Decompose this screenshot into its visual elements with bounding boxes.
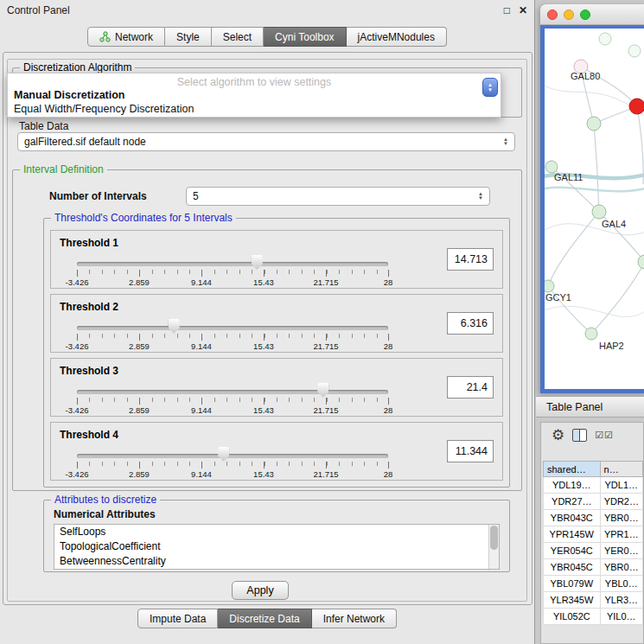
network-node[interactable] [592,205,606,219]
network-edge[interactable] [637,106,643,184]
network-edge[interactable] [548,212,599,286]
tab-impute-data[interactable]: Impute Data [137,609,218,628]
table-cell[interactable]: YER0… [600,543,642,559]
table-row[interactable]: YDL19…YDL1… [544,477,643,494]
network-view-window[interactable]: GAL80 GAL11 GAL4 GCY1 HAP2 [540,4,644,393]
tab-select[interactable]: Select [212,27,264,47]
network-node[interactable] [587,117,601,131]
list-scrollbar-thumb[interactable] [490,526,498,550]
table-cell[interactable]: YPR145W [544,526,601,543]
table-panel-header[interactable]: Table Panel [536,396,644,418]
combo-stepper-icon: ▲▼ [478,192,483,201]
slider-thumb[interactable] [169,319,180,334]
threshold-2-value-field[interactable]: 6.316 [447,312,494,335]
table-row[interactable]: YIL052CYIL0… [544,609,643,625]
attribute-list-item[interactable]: TopologicalCoefficient [54,539,499,554]
table-settings-gear-icon[interactable]: ⚙ [552,428,564,443]
select-columns-checkbox-icons[interactable]: ☑☑ [595,430,614,441]
column-header-shared-name[interactable]: shared… [544,462,601,477]
table-cell[interactable]: YER054C [544,543,601,559]
network-canvas[interactable]: GAL80 GAL11 GAL4 GCY1 HAP2 [545,29,644,389]
window-title: Control Panel [7,4,70,16]
table-row[interactable]: YLR345WYLR3… [544,592,643,609]
table-row[interactable]: YBR045CYBR0… [544,559,643,576]
tab-cyni-toolbox[interactable]: Cyni Toolbox [264,27,346,47]
tab-network[interactable]: Network [87,27,165,47]
tab-discretize-data[interactable]: Discretize Data [218,609,311,628]
table-cell[interactable]: YBR043C [544,510,601,526]
network-edge[interactable] [594,124,599,212]
network-edge[interactable] [545,188,644,191]
network-edge[interactable] [591,262,644,334]
close-window-icon[interactable]: ✕ [519,4,527,16]
threshold-3-slider[interactable]: -3.4262.8599.14415.4321.71528 [77,385,388,416]
tab-style[interactable]: Style [165,27,212,47]
number-of-intervals-combobox[interactable]: 5 ▲▼ [186,187,490,206]
table-cell[interactable]: YBL079W [544,576,601,592]
threshold-1-slider[interactable]: -3.4262.8599.14415.4321.71528 [77,257,388,288]
slider-track[interactable] [77,262,388,266]
slider-track[interactable] [77,326,388,330]
attribute-list-item[interactable]: BetweennessCentrality [54,554,499,569]
network-node-selected[interactable] [629,99,644,114]
slider-thumb[interactable] [218,447,229,462]
table-cell[interactable]: YPR1… [600,526,642,543]
table-row[interactable]: YBR043CYBR0… [544,510,643,526]
network-node[interactable] [599,33,611,45]
numerical-attributes-list[interactable]: SelfLoopsTopologicalCoefficientBetweenne… [54,524,500,570]
threshold-1-value-field[interactable]: 14.713 [447,248,494,271]
tab-infer-network[interactable]: Infer Network [312,609,397,628]
column-header-name[interactable]: n… [600,462,642,477]
control-panel-titlebar[interactable]: Control Panel □ ✕ [0,0,534,21]
float-window-icon[interactable]: □ [504,4,510,16]
table-cell[interactable]: YDR27… [544,494,601,510]
network-window-titlebar[interactable] [540,4,644,25]
table-cell[interactable]: YLR345W [544,592,601,609]
table-panel-window: ⚙ ☑☑ shared… n… YDL19…YDL1…YDR27…YDR2…YB… [540,422,644,644]
zoom-traffic-light-icon[interactable] [580,10,590,20]
slider-track[interactable] [77,390,388,394]
slider-thumb[interactable] [317,383,328,398]
slider-thumb[interactable] [252,255,263,270]
network-node[interactable] [638,255,644,269]
tab-jactivemnodules[interactable]: jActiveMNodules [347,27,447,47]
control-panel-window: Control Panel □ ✕ Network [0,0,535,644]
network-node[interactable] [585,328,597,340]
table-row[interactable]: YER054CYER0… [544,543,643,559]
table-cell[interactable]: YBL0… [600,576,642,592]
algorithm-option-manual-discretization[interactable]: Manual Discretization [8,88,501,102]
table-data-combobox[interactable]: galFiltered.sif default node ▲▼ [17,132,515,151]
discretization-algorithm-group-title: Discretization Algorithm [20,61,135,73]
table-row[interactable]: YDR27…YDR2… [544,494,643,510]
table-cell[interactable]: YDL1… [600,477,642,494]
slider-track[interactable] [77,454,388,458]
table-cell[interactable]: YDL19… [544,477,601,494]
table-row[interactable]: YPR145WYPR1… [544,526,643,543]
threshold-3-value-field[interactable]: 21.4 [447,376,494,399]
network-node[interactable] [545,280,554,292]
table-cell[interactable]: YBR045C [544,559,601,576]
table-cell[interactable]: YDR2… [600,494,642,510]
threshold-4-slider[interactable]: -3.4262.8599.14415.4321.71528 [77,449,388,480]
attribute-list-item[interactable]: SelfLoops [54,525,499,539]
table-cell[interactable]: YBR0… [600,510,642,526]
apply-button[interactable]: Apply [232,581,289,600]
table-cell[interactable]: YBR0… [600,559,642,576]
threshold-2-slider[interactable]: -3.4262.8599.14415.4321.71528 [77,321,388,352]
slider-scale-label: 28 [384,277,393,287]
threshold-4-value-field[interactable]: 11.344 [447,440,494,462]
table-row[interactable]: YBL079WYBL0… [544,576,643,592]
table-cell[interactable]: YIL052C [544,609,601,625]
algorithm-dropdown-popup: Select algorithm to view settings Manual… [7,73,501,118]
close-traffic-light-icon[interactable] [547,10,558,20]
algorithm-option-equal-width-frequency[interactable]: Equal Width/Frequency Discretization [8,102,501,116]
algorithm-combo-stepper[interactable]: ▲ ▼ [482,78,498,97]
table-cell[interactable]: YIL0… [600,609,642,625]
network-node[interactable] [628,45,641,57]
slider-scale-label: 2.859 [129,277,150,287]
network-node[interactable] [545,161,558,173]
minimize-traffic-light-icon[interactable] [564,10,574,20]
show-columns-icon[interactable] [572,429,587,442]
list-scrollbar[interactable] [488,525,499,569]
table-cell[interactable]: YLR3… [600,592,642,609]
